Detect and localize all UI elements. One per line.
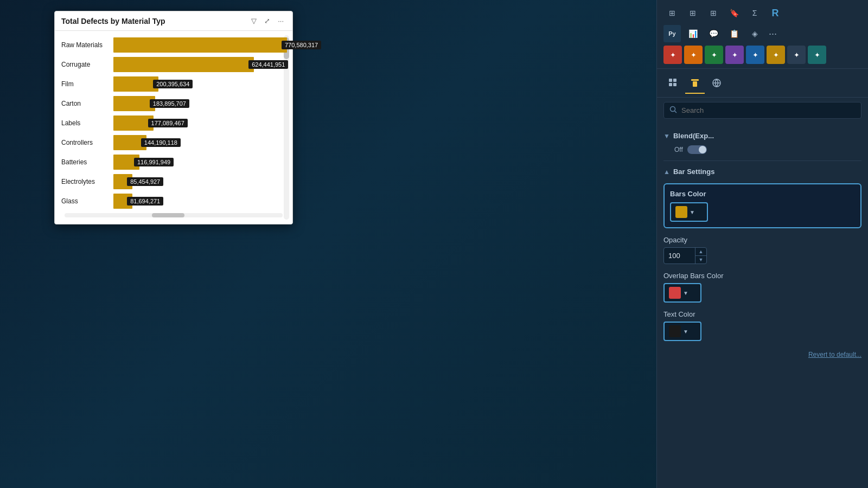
bar-label: Controllers (61, 139, 110, 146)
chart-hscroll-thumb[interactable] (152, 213, 184, 217)
colored-icon-7[interactable]: ✦ (787, 46, 806, 64)
icon-row-2: Py 📊 💬 📋 ◈ ··· (663, 25, 861, 42)
overlap-label: Overlap Bars Color (663, 272, 861, 280)
table-row: Corrugate624,441,951 (57, 55, 290, 74)
icon-chart2[interactable]: 📊 (684, 25, 701, 42)
opacity-label: Opacity (663, 236, 861, 244)
opacity-down-arrow[interactable]: ▼ (695, 256, 706, 264)
bar-value: 200,395,634 (153, 80, 193, 88)
text-color-section: Text Color ▼ (663, 310, 861, 341)
bar-fill (113, 96, 155, 111)
bar-track: 200,395,634 (113, 76, 286, 92)
tab-icons-row (657, 69, 868, 98)
icon-chat[interactable]: 💬 (705, 25, 722, 42)
icon-bookmark[interactable]: 🔖 (725, 4, 743, 22)
more-icon[interactable]: ··· (276, 16, 286, 26)
colored-icon-2[interactable]: ✦ (684, 46, 703, 64)
blend-section-header[interactable]: ▼ Blend(Exp... (663, 127, 861, 143)
colored-icon-5[interactable]: ✦ (746, 46, 764, 64)
separator-1 (663, 160, 861, 161)
bar-settings-header[interactable]: ▲ Bar Settings (663, 163, 861, 179)
bars-color-card: Bars Color ▼ (663, 183, 861, 228)
table-row: Electrolytes85,454,927 (57, 172, 290, 191)
colored-icon-1[interactable]: ✦ (663, 46, 682, 64)
svg-rect-5 (693, 81, 697, 87)
bar-track: 177,089,467 (113, 115, 286, 131)
bar-track: 624,441,951 (113, 57, 288, 72)
icon-formula[interactable]: Σ (746, 4, 763, 22)
colored-icon-3[interactable]: ✦ (705, 46, 723, 64)
text-color-arrow: ▼ (683, 329, 688, 335)
tab-icon-globe[interactable] (707, 73, 726, 93)
text-color-label: Text Color (663, 310, 861, 318)
bar-label: Glass (61, 197, 110, 205)
icon-row-1: ⊞ ⊞ ⊞ 🔖 Σ R (663, 4, 861, 22)
bar-track: 144,190,118 (113, 135, 286, 150)
chart-header: Total Defects by Material Typ ▽ ⤢ ··· (55, 11, 292, 31)
table-row: Raw Materials770,580,317 (57, 35, 290, 55)
icon-r-letter[interactable]: R (767, 4, 784, 22)
colored-icon-8[interactable]: ✦ (808, 46, 826, 64)
bar-label: Labels (61, 119, 110, 127)
svg-rect-3 (673, 83, 676, 86)
bar-value: 116,991,949 (134, 158, 174, 166)
overlap-color-button[interactable]: ▼ (663, 283, 701, 303)
bar-track: 183,895,707 (113, 96, 286, 111)
bars-color-arrow: ▼ (690, 209, 695, 215)
chart-hscroll-track[interactable] (65, 213, 283, 217)
icon-grid[interactable]: ⊞ (663, 4, 681, 22)
opacity-up-arrow[interactable]: ▲ (695, 248, 706, 255)
chart-panel: Total Defects by Material Typ ▽ ⤢ ··· Ra… (54, 11, 293, 224)
bar-fill (113, 76, 158, 92)
icon-share[interactable]: ◈ (746, 25, 763, 42)
right-panel: ⊞ ⊞ ⊞ 🔖 Σ R Py 📊 💬 📋 ◈ ··· ✦ ✦ ✦ ✦ ✦ ✦ ✦… (656, 0, 868, 488)
table-row: Batteries116,991,949 (57, 152, 290, 172)
tab-icon-paint[interactable] (685, 73, 705, 93)
settings-content: ▼ Blend(Exp... Off ▲ Bar Settings Bars C… (657, 123, 868, 488)
icon-report[interactable]: 📋 (725, 25, 743, 42)
bar-label: Film (61, 80, 110, 88)
icon-py[interactable]: Py (663, 25, 681, 42)
bars-color-label: Bars Color (670, 190, 855, 198)
search-icon (669, 106, 677, 115)
bar-value: 81,694,271 (127, 197, 163, 206)
blend-toggle[interactable] (687, 145, 707, 154)
chart-toolbar: ▽ ⤢ ··· (249, 16, 286, 26)
table-row: Controllers144,190,118 (57, 133, 290, 152)
text-color-button[interactable]: ▼ (663, 322, 701, 341)
tab-icon-grid[interactable] (663, 73, 683, 93)
expand-icon[interactable]: ⤢ (262, 16, 272, 26)
bar-value: 183,895,707 (150, 99, 189, 108)
opacity-spinbox[interactable]: 100 ▲ ▼ (663, 247, 707, 264)
bar-chart: Raw Materials770,580,317Corrugate624,441… (57, 35, 290, 211)
colored-icon-4[interactable]: ✦ (725, 46, 744, 64)
bar-track: 81,694,271 (113, 194, 286, 209)
overlap-bars-section: Overlap Bars Color ▼ (663, 272, 861, 303)
table-row: Glass81,694,271 (57, 191, 290, 211)
bar-label: Electrolytes (61, 178, 110, 185)
dots-more[interactable]: ··· (767, 26, 779, 42)
search-bar[interactable] (663, 102, 861, 119)
toggle-row: Off (674, 145, 707, 154)
bar-track: 770,580,317 (113, 37, 321, 53)
svg-rect-4 (691, 79, 699, 81)
revert-button[interactable]: Revert to default... (663, 349, 861, 361)
search-input[interactable] (681, 106, 856, 114)
colored-icon-6[interactable]: ✦ (767, 46, 785, 64)
svg-point-7 (671, 107, 675, 112)
filter-icon[interactable]: ▽ (249, 16, 259, 26)
bar-label: Corrugate (61, 61, 110, 68)
bars-color-button[interactable]: ▼ (670, 202, 708, 222)
icon-download[interactable]: ⊞ (684, 4, 701, 22)
opacity-section: Opacity 100 ▲ ▼ (663, 236, 861, 264)
bar-value: 177,089,467 (148, 119, 188, 127)
bar-fill (113, 57, 254, 72)
opacity-value: 100 (664, 249, 695, 262)
blend-chevron: ▼ (663, 132, 670, 140)
icon-upload[interactable]: ⊞ (705, 4, 722, 22)
bar-value: 85,454,927 (127, 177, 163, 186)
blend-label: Blend(Exp... (673, 132, 714, 140)
bar-track: 116,991,949 (113, 155, 286, 170)
table-row: Labels177,089,467 (57, 113, 290, 133)
bar-value: 770,580,317 (282, 41, 321, 49)
